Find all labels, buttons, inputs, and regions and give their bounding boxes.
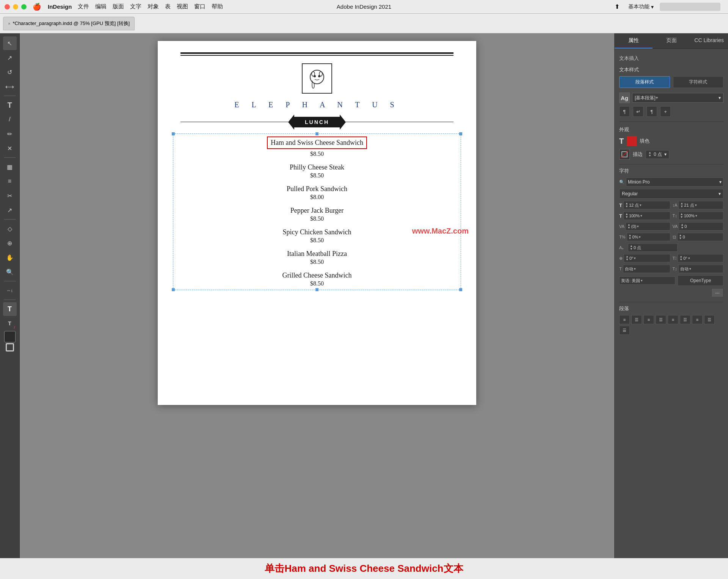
menu-edit[interactable]: 编辑: [95, 3, 107, 10]
canvas-area: E L E P H A N T U S LUNCH: [20, 33, 614, 565]
menu-item-name-4[interactable]: Pepper Jack Burger: [180, 207, 453, 215]
link-tool[interactable]: ↗: [3, 203, 17, 217]
style-dropdown[interactable]: [基本段落]+ ▾: [632, 93, 723, 103]
line-tool[interactable]: /: [3, 113, 17, 126]
para-right-icon[interactable]: ¶: [646, 106, 657, 117]
handle-top-middle[interactable]: [315, 132, 318, 135]
angle2-input[interactable]: ▲▼ 0° ▾: [678, 254, 723, 262]
zoom-tool[interactable]: 🔍: [3, 265, 17, 279]
stroke-tool[interactable]: [6, 343, 14, 351]
add-style-icon[interactable]: +: [660, 106, 671, 117]
menu-item-2[interactable]: Philly Cheese Steak $8.50: [180, 163, 453, 179]
handle-top-right[interactable]: [459, 132, 462, 135]
fill-stroke-tool[interactable]: ↔↕: [3, 284, 17, 297]
align-right[interactable]: ≡: [643, 315, 654, 324]
menu-indesign[interactable]: InDesign: [48, 3, 72, 10]
font-style-dropdown[interactable]: Regular ▾: [619, 189, 723, 199]
auto2-input[interactable]: 自动 ▾: [678, 265, 723, 273]
opentype-button[interactable]: OpenType: [678, 275, 723, 286]
para-style-button[interactable]: 段落样式: [619, 76, 670, 88]
auto2-group: T↕ 自动 ▾: [673, 265, 724, 273]
shape-tool[interactable]: ◇: [3, 222, 17, 235]
menu-table[interactable]: 表: [165, 3, 171, 10]
pen-tool[interactable]: ✏: [3, 127, 17, 141]
font-size-input[interactable]: ▲▼ 12 点 ▾: [623, 201, 670, 209]
scissors-tool[interactable]: ✂: [3, 189, 17, 202]
tab-cc-libraries[interactable]: CC Libraries: [690, 33, 728, 49]
leading-input[interactable]: ▲▼ 21 点 ▾: [678, 201, 723, 209]
menu-layout[interactable]: 版面: [113, 3, 124, 10]
align-justify-all[interactable]: ☰: [704, 315, 715, 324]
menu-text[interactable]: 文字: [130, 3, 141, 10]
text-tool[interactable]: T: [3, 98, 17, 112]
transform-tool[interactable]: ⟷: [3, 80, 17, 93]
rotate-tool[interactable]: ↺: [3, 65, 17, 79]
align-towards-spine[interactable]: ☰: [619, 326, 630, 335]
align-justify-last-center[interactable]: ☰: [680, 315, 690, 324]
menu-window[interactable]: 窗口: [194, 3, 206, 10]
document-tab[interactable]: × *Character_paragraph.indd @ 75% [GPU 预…: [3, 17, 135, 30]
language-dropdown[interactable]: 英语: 美国 ▾: [619, 276, 675, 285]
baseline-shift-input[interactable]: ▲▼ 0% ▾: [627, 233, 670, 241]
kern-input[interactable]: ▲▼ (0) ▾: [626, 222, 670, 231]
erase-tool[interactable]: ✕: [3, 141, 17, 155]
char-tool[interactable]: T /: [3, 317, 17, 330]
menu-item-7[interactable]: Grilled Cheese Sandwich $8.50: [180, 271, 453, 287]
tracking-input[interactable]: ▲▼ 0: [679, 222, 723, 231]
tab-properties[interactable]: 属性: [615, 33, 653, 49]
close-button[interactable]: [5, 4, 10, 9]
minimize-button[interactable]: [13, 4, 18, 9]
fill-color-swatch[interactable]: [627, 136, 637, 146]
menu-item-name-6[interactable]: Italian Meatball Pizza: [180, 250, 453, 258]
menu-item-name-3[interactable]: Pulled Pork Sandwich: [180, 185, 453, 193]
menu-item-name-2[interactable]: Philly Cheese Steak: [180, 163, 453, 171]
menu-view[interactable]: 视图: [177, 3, 188, 10]
scale-v-input[interactable]: ▲▼ 100% ▾: [678, 212, 723, 220]
table-tool[interactable]: ▦: [3, 160, 17, 174]
menu-item-name-1[interactable]: Ham and Swiss Cheese Sandwich: [180, 137, 453, 150]
menu-object[interactable]: 对象: [147, 3, 159, 10]
text-flow-icon[interactable]: ↵: [633, 106, 643, 117]
tab-close-icon[interactable]: ×: [8, 21, 10, 26]
shift-value-input[interactable]: ▲▼ 0 点: [628, 243, 678, 252]
menu-item-4[interactable]: Pepper Jack Burger $8.50: [180, 207, 453, 222]
baseline-input[interactable]: ▲▼ 0: [677, 233, 724, 241]
scale-h-input[interactable]: ▲▼ 100% ▾: [623, 212, 670, 220]
list-tool[interactable]: ≡: [3, 174, 17, 188]
text-frame-tool[interactable]: T: [3, 302, 17, 316]
menu-item-name-7[interactable]: Grilled Cheese Sandwich: [180, 271, 453, 279]
align-justify-last-left[interactable]: ≡: [668, 315, 678, 324]
handle-bottom-right[interactable]: [459, 288, 462, 291]
menu-help[interactable]: 帮助: [212, 3, 223, 10]
swatch-tool[interactable]: [4, 331, 16, 342]
selection-tool[interactable]: ↖: [3, 36, 17, 50]
workspace-selector[interactable]: 基本功能 ▾: [628, 3, 654, 10]
menu-item-1[interactable]: Ham and Swiss Cheese Sandwich $8.50: [180, 137, 453, 157]
menu-item-6[interactable]: Italian Meatball Pizza $8.50: [180, 250, 453, 265]
tool-divider-2: [4, 157, 16, 158]
align-justify[interactable]: ☰: [656, 315, 666, 324]
handle-bottom-middle[interactable]: [315, 288, 318, 291]
menu-item-3[interactable]: Pulled Pork Sandwich $8.00: [180, 185, 453, 201]
align-justify-last-right[interactable]: ≡: [692, 315, 703, 324]
share-button[interactable]: ⬆: [612, 2, 622, 12]
align-left[interactable]: ≡: [619, 315, 630, 324]
handle-bottom-left[interactable]: [172, 288, 175, 291]
char-style-button[interactable]: 字符样式: [673, 76, 724, 88]
handle-top-left[interactable]: [172, 132, 175, 135]
hand-tool[interactable]: ✋: [3, 251, 17, 264]
search-input[interactable]: [660, 3, 720, 11]
tab-pages[interactable]: 页面: [653, 33, 690, 49]
para-icon[interactable]: ¶: [619, 106, 630, 117]
auto1-input[interactable]: 自动 ▾: [623, 265, 670, 273]
stroke-value[interactable]: ▲▼ 0 点 ▾: [646, 150, 669, 159]
more-button[interactable]: ···: [711, 288, 723, 297]
font-dropdown[interactable]: Minion Pro ▾: [626, 177, 723, 187]
angle1-input[interactable]: ▲▼ 0° ▾: [624, 254, 670, 262]
maximize-button[interactable]: [21, 4, 27, 9]
direct-selection-tool[interactable]: ↗: [3, 51, 17, 64]
align-center[interactable]: ☰: [631, 315, 642, 324]
menu-file[interactable]: 文件: [78, 3, 89, 10]
selected-item-text[interactable]: Ham and Swiss Cheese Sandwich: [267, 137, 367, 149]
circle-tool[interactable]: ⊕: [3, 236, 17, 250]
